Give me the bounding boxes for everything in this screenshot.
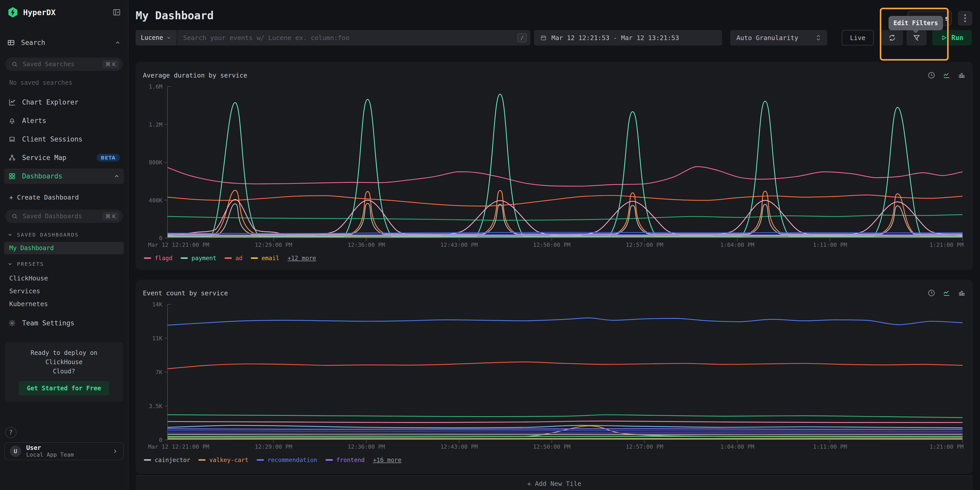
series-email	[167, 236, 963, 236]
presets-section-header[interactable]: PRESETS	[0, 259, 128, 269]
play-icon	[941, 35, 947, 41]
legend-more-link[interactable]: +16 more	[373, 457, 401, 463]
time-settings-icon[interactable]	[928, 289, 935, 297]
legend-item-recommendation[interactable]: recommendation	[257, 457, 317, 463]
add-new-tile-button[interactable]: + Add New Tile	[136, 475, 973, 490]
granularity-select[interactable]: Auto Granularity	[730, 30, 827, 46]
series-unlabeled	[167, 431, 963, 431]
sidebar-item-label: Alerts	[22, 117, 120, 125]
tile-average-duration: Average duration by service 1.6M1.2M800K…	[136, 62, 973, 270]
calendar-icon	[540, 35, 547, 41]
legend-label: valkey-cart	[209, 457, 248, 463]
svg-text:14K: 14K	[152, 301, 162, 308]
svg-text:12:43:00 PM: 12:43:00 PM	[441, 444, 478, 450]
svg-text:Mar 12 12:21:00 PM: Mar 12 12:21:00 PM	[148, 444, 209, 450]
no-saved-searches-note: No saved searches	[0, 79, 128, 86]
svg-text:12:29:00 PM: 12:29:00 PM	[255, 242, 293, 248]
laptop-icon	[8, 135, 16, 143]
sidebar-collapse-icon[interactable]	[113, 8, 121, 16]
logo-row: HyperDX	[0, 5, 128, 19]
help-button[interactable]: ?	[5, 427, 16, 438]
svg-text:12:36:00 PM: 12:36:00 PM	[348, 242, 385, 248]
legend-label: flagd	[155, 255, 172, 262]
svg-text:1:04:00 PM: 1:04:00 PM	[720, 444, 754, 450]
sidebar-item-label: Dashboards	[22, 172, 114, 180]
legend-item-email[interactable]: email	[251, 255, 279, 262]
svg-text:12:50:00 PM: 12:50:00 PM	[533, 242, 570, 248]
search-section-label: Search	[21, 39, 115, 46]
kebab-menu-button[interactable]	[958, 11, 972, 26]
bar-chart-toggle-icon[interactable]	[958, 71, 966, 79]
line-chart-toggle-icon[interactable]	[942, 71, 951, 79]
series-cainjector	[167, 434, 963, 435]
search-icon	[11, 61, 18, 68]
duration-chart-legend: flagdpaymentademail+12 more	[143, 254, 966, 263]
tile-header: Average duration by service	[143, 69, 966, 81]
chevron-down-icon	[7, 261, 13, 267]
legend-item-flagd[interactable]: flagd	[144, 255, 172, 262]
selector-chevrons-icon	[816, 35, 821, 41]
svg-text:0: 0	[159, 437, 162, 443]
svg-text:11K: 11K	[152, 335, 162, 342]
bar-chart-toggle-icon[interactable]	[958, 289, 966, 297]
sidebar-item-dashboards[interactable]: Dashboards	[4, 168, 124, 184]
legend-item-frontend[interactable]: frontend	[326, 457, 365, 463]
saved-dashboards-input[interactable]: Saved Dashboards ⌘ K	[5, 209, 123, 223]
preset-kubernetes[interactable]: Kubernetes	[0, 297, 128, 310]
saved-dashboards-section-header[interactable]: SAVED DASHBOARDS	[0, 230, 128, 239]
series-unlabeled	[167, 237, 963, 238]
sidebar-item-chart-explorer[interactable]: Chart Explorer	[4, 95, 124, 110]
legend-item-valkey-cart[interactable]: valkey-cart	[198, 457, 248, 463]
svg-text:1:11:00 PM: 1:11:00 PM	[813, 242, 847, 248]
legend-item-cainjector[interactable]: cainjector	[144, 457, 190, 463]
sidebar-item-label: Team Settings	[22, 319, 120, 327]
svg-text:12:57:00 PM: 12:57:00 PM	[626, 444, 663, 450]
run-button[interactable]: Run	[932, 30, 972, 46]
query-language-select[interactable]: Lucene	[136, 30, 177, 46]
app-title: HyperDX	[23, 8, 113, 17]
sidebar-item-my-dashboard[interactable]: My Dashboard	[4, 242, 124, 254]
tile-title: Event count by service	[143, 289, 928, 297]
legend-more-link[interactable]: +12 more	[288, 255, 316, 262]
saved-searches-placeholder: Saved Searches	[22, 60, 102, 68]
legend-item-ad[interactable]: ad	[224, 255, 243, 262]
refresh-button[interactable]	[881, 30, 903, 46]
sidebar-item-label: Chart Explorer	[22, 98, 120, 106]
create-dashboard-button[interactable]: + Create Dashboard	[0, 191, 128, 203]
app-window: HyperDX Search Saved Searches ⌘ K No sav…	[0, 0, 980, 490]
avatar: U	[10, 446, 21, 457]
sidebar-item-search[interactable]: Search	[0, 35, 128, 50]
tile-controls	[928, 71, 966, 79]
svg-text:12:50:00 PM: 12:50:00 PM	[533, 444, 570, 450]
legend-label: payment	[191, 255, 216, 262]
time-range-picker[interactable]: Mar 12 12:21:53 - Mar 12 13:21:53	[534, 30, 722, 46]
saved-dashboards-placeholder: Saved Dashboards	[22, 212, 102, 220]
event-search-bar: Lucene Search your events w/ Lucene ex. …	[136, 30, 530, 46]
sidebar-item-team-settings[interactable]: Team Settings	[4, 316, 124, 331]
search-section-icon	[7, 39, 15, 46]
preset-services[interactable]: Services	[0, 285, 128, 297]
toolbar: Lucene Search your events w/ Lucene ex. …	[136, 30, 973, 46]
get-started-button[interactable]: Get Started for Free	[19, 381, 110, 395]
chevron-up-icon	[114, 173, 120, 179]
sidebar-item-service-map[interactable]: Service Map BETA	[4, 150, 124, 165]
search-input[interactable]: Search your events w/ Lucene ex. column:…	[177, 34, 517, 41]
sidebar-item-label: Service Map	[22, 154, 97, 162]
legend-item-payment[interactable]: payment	[181, 255, 216, 262]
user-menu[interactable]: U User Local App Team	[4, 442, 124, 460]
time-settings-icon[interactable]	[928, 71, 935, 79]
svg-text:1.6M: 1.6M	[149, 84, 162, 90]
cmd-k-kbd: ⌘ K	[102, 60, 119, 68]
time-range-value: Mar 12 12:21:53 - Mar 12 13:21:53	[551, 34, 679, 41]
preset-clickhouse[interactable]: ClickHouse	[0, 272, 128, 285]
series-unlabeled	[167, 433, 963, 433]
sidebar-item-alerts[interactable]: Alerts	[4, 113, 124, 128]
tile-event-count: Event count by service 14K11K7K3.5K0Mar …	[136, 280, 973, 474]
sidebar-item-client-sessions[interactable]: Client Sessions	[4, 132, 124, 147]
svg-text:12:36:00 PM: 12:36:00 PM	[348, 444, 385, 450]
svg-text:12:29:00 PM: 12:29:00 PM	[255, 444, 293, 450]
line-chart-toggle-icon[interactable]	[942, 289, 951, 297]
saved-searches-input[interactable]: Saved Searches ⌘ K	[5, 57, 123, 71]
live-button[interactable]: Live	[842, 30, 873, 46]
tile-controls	[928, 289, 966, 297]
